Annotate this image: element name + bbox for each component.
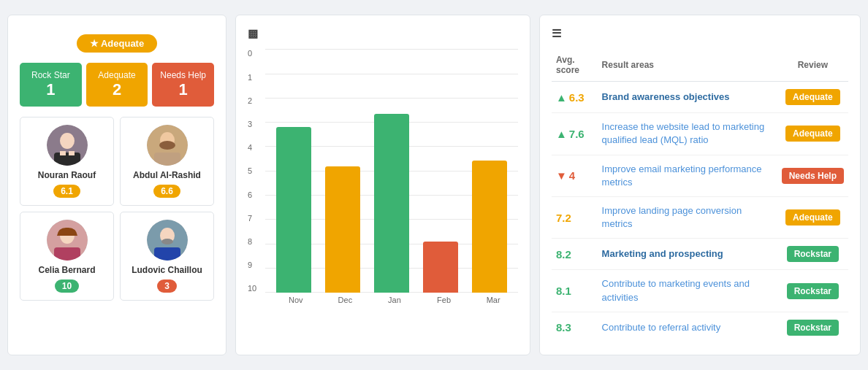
y-label-6: 6 bbox=[248, 190, 259, 199]
avg-score-value-4: 8.2 bbox=[556, 248, 593, 261]
review-badge-2: Needs Help bbox=[782, 168, 844, 184]
member-avatar-3 bbox=[147, 220, 188, 261]
y-label-7: 7 bbox=[248, 214, 259, 223]
bar-group-Dec bbox=[321, 166, 365, 293]
y-label-9: 9 bbox=[248, 261, 259, 269]
col-header-1: Result areas bbox=[598, 49, 777, 82]
member-avatar-2 bbox=[47, 220, 88, 261]
x-label-Dec: Dec bbox=[321, 296, 370, 304]
review-cell-6: Rockstar bbox=[777, 312, 848, 343]
review-cell-4: Rockstar bbox=[777, 239, 848, 270]
member-name-0: Nouran Raouf bbox=[38, 170, 96, 180]
y-label-0: 0 bbox=[248, 49, 259, 58]
avg-score-value-6: 8.3 bbox=[556, 321, 593, 334]
review-badge-0: Adequate bbox=[785, 89, 840, 105]
avg-score-value-0: ▲6.3 bbox=[556, 91, 593, 104]
svg-rect-15 bbox=[154, 247, 180, 261]
result-name-cell-4: Marketing and prospecting bbox=[598, 239, 777, 270]
result-name-1: Increase the website lead to marketing q… bbox=[602, 121, 765, 145]
overall-badge-container: ★ Adequate bbox=[20, 34, 214, 53]
arrow-up-icon: ▲ bbox=[556, 91, 567, 104]
member-name-3: Ludovic Chaillou bbox=[132, 265, 202, 275]
member-card-0: Nouran Raouf 6.1 bbox=[20, 117, 114, 206]
member-card-2: Celia Bernard 10 bbox=[20, 212, 114, 301]
member-card-3: Ludovic Chaillou 3 bbox=[120, 212, 214, 301]
avg-score-value-2: ▼4 bbox=[556, 169, 593, 182]
result-name-2: Improve email marketing performance metr… bbox=[602, 163, 762, 188]
middle-panel: ▩ 109876543210 NovDecJanFebMar bbox=[235, 15, 530, 355]
result-row-3: 7.2Improve landing page conversion metri… bbox=[552, 197, 848, 239]
y-axis: 109876543210 bbox=[248, 49, 265, 293]
bar-group-Jan bbox=[370, 114, 414, 293]
bar-Mar bbox=[472, 161, 507, 293]
y-label-2: 2 bbox=[248, 96, 259, 105]
bar-group-Mar bbox=[468, 161, 511, 293]
member-score-0: 6.1 bbox=[53, 185, 80, 198]
stat-box-adequate: Adequate2 bbox=[86, 63, 148, 107]
bars-area bbox=[265, 49, 518, 293]
chart-title: ▩ bbox=[248, 27, 518, 40]
bar-Feb bbox=[423, 242, 458, 293]
review-badge-6: Rockstar bbox=[787, 320, 839, 336]
result-row-0: ▲6.3Brand awareness objectivesAdequate bbox=[552, 82, 848, 113]
svg-point-14 bbox=[161, 239, 173, 244]
result-name-cell-5: Contribute to marketing events and activ… bbox=[598, 270, 777, 312]
y-label-10: 10 bbox=[248, 284, 259, 293]
members-grid: Nouran Raouf 6.1 Abdul Al-Rashid 6.6 Cel… bbox=[20, 117, 214, 301]
result-name-4: Marketing and prospecting bbox=[602, 248, 723, 259]
result-name-0: Brand awareness objectives bbox=[602, 91, 730, 102]
result-row-6: 8.3Contribute to referral activityRockst… bbox=[552, 312, 848, 343]
stats-row: Rock Star1Adequate2Needs Help1 bbox=[20, 63, 214, 107]
sliders-icon: ☰ bbox=[552, 27, 561, 40]
result-table: Avg. scoreResult areasReview ▲6.3Brand a… bbox=[552, 49, 848, 343]
review-badge-3: Adequate bbox=[785, 209, 840, 226]
y-label-1: 1 bbox=[248, 73, 259, 82]
x-label-Feb: Feb bbox=[419, 296, 469, 304]
score-cell-0: ▲6.3 bbox=[552, 82, 598, 113]
bar-Dec bbox=[325, 166, 360, 293]
svg-rect-11 bbox=[54, 247, 80, 261]
bar-chart-icon: ▩ bbox=[248, 27, 258, 40]
result-name-3: Improve landing page conversion metrics bbox=[602, 205, 742, 229]
score-cell-4: 8.2 bbox=[552, 239, 598, 270]
score-cell-6: 8.3 bbox=[552, 312, 598, 343]
y-label-8: 8 bbox=[248, 237, 259, 246]
stat-box-rock-star: Rock Star1 bbox=[20, 63, 82, 107]
svg-rect-8 bbox=[154, 153, 180, 166]
x-label-Nov: Nov bbox=[271, 296, 321, 304]
svg-rect-2 bbox=[54, 153, 80, 166]
member-score-1: 6.6 bbox=[153, 185, 180, 198]
right-panel: ☰ Avg. scoreResult areasReview ▲6.3Brand… bbox=[539, 15, 861, 355]
score-cell-2: ▼4 bbox=[552, 155, 598, 196]
review-badge-1: Adequate bbox=[785, 126, 840, 142]
chart-container: 109876543210 NovDecJanFebMar bbox=[248, 49, 518, 304]
result-row-5: 8.1Contribute to marketing events and ac… bbox=[552, 270, 848, 312]
bar-Jan bbox=[374, 114, 409, 293]
avg-score-value-1: ▲7.6 bbox=[556, 128, 593, 140]
svg-point-7 bbox=[159, 141, 175, 150]
member-score-3: 3 bbox=[157, 280, 177, 293]
dashboard: ★ Adequate Rock Star1Adequate2Needs Help… bbox=[7, 15, 861, 355]
stat-box-needs-help: Needs Help1 bbox=[152, 63, 214, 107]
svg-point-1 bbox=[60, 133, 75, 149]
bar-group-Nov bbox=[273, 127, 316, 293]
overall-badge: ★ Adequate bbox=[77, 34, 157, 53]
result-name-cell-1: Increase the website lead to marketing q… bbox=[598, 113, 777, 155]
score-cell-3: 7.2 bbox=[552, 197, 598, 239]
col-header-2: Review bbox=[777, 49, 848, 82]
result-name-cell-3: Improve landing page conversion metrics bbox=[598, 197, 777, 239]
svg-rect-4 bbox=[69, 151, 75, 155]
member-name-1: Abdul Al-Rashid bbox=[133, 170, 201, 180]
review-cell-3: Adequate bbox=[777, 197, 848, 239]
result-name-cell-6: Contribute to referral activity bbox=[598, 312, 777, 343]
result-row-2: ▼4Improve email marketing performance me… bbox=[552, 155, 848, 196]
y-label-5: 5 bbox=[248, 166, 259, 175]
result-name-6: Contribute to referral activity bbox=[602, 322, 721, 333]
member-name-2: Celia Bernard bbox=[38, 265, 95, 275]
result-areas-title: ☰ bbox=[552, 27, 848, 40]
review-badge-4: Rockstar bbox=[787, 246, 839, 262]
result-name-cell-0: Brand awareness objectives bbox=[598, 82, 777, 113]
col-header-0: Avg. score bbox=[552, 49, 598, 82]
member-score-2: 10 bbox=[55, 280, 79, 293]
review-cell-0: Adequate bbox=[777, 82, 848, 113]
